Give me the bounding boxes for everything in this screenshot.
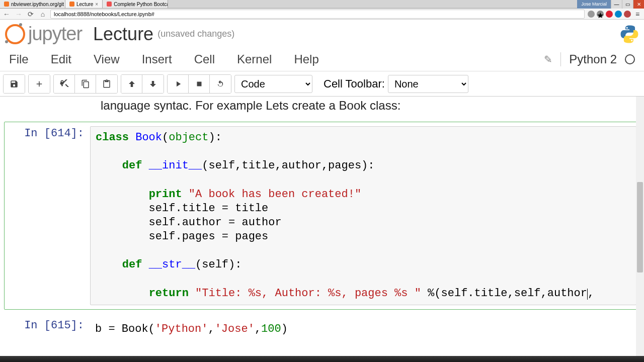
notebook-name[interactable]: Lecture bbox=[93, 24, 153, 45]
menu-insert[interactable]: Insert bbox=[142, 52, 172, 66]
kernel-indicator-icon bbox=[625, 54, 635, 64]
cut-button[interactable] bbox=[54, 75, 75, 93]
tab-title: Complete Python Bootca bbox=[114, 2, 168, 7]
favicon bbox=[107, 2, 112, 7]
user-badge: Jose Marcial bbox=[577, 0, 611, 9]
browser-tab-lecture[interactable]: Lecture × bbox=[65, 0, 103, 8]
close-window-button[interactable]: ✕ bbox=[633, 0, 644, 9]
browser-tab-strip: nbviewer.ipython.org/git × Lecture × Com… bbox=[0, 0, 644, 9]
paste-button[interactable] bbox=[96, 75, 117, 93]
extension-icon[interactable] bbox=[588, 11, 595, 18]
cell-prompt: In [615]: bbox=[8, 318, 90, 340]
menu-file[interactable]: File bbox=[9, 52, 29, 66]
windows-taskbar[interactable] bbox=[0, 356, 644, 362]
code-input-area[interactable]: class Book(object): def __init__(self,ti… bbox=[90, 126, 636, 305]
menu-kernel[interactable]: Kernel bbox=[237, 52, 272, 66]
forward-button[interactable]: → bbox=[14, 10, 23, 19]
run-button[interactable] bbox=[168, 75, 189, 93]
edit-icon[interactable]: ✎ bbox=[544, 53, 552, 65]
minimize-button[interactable]: — bbox=[611, 0, 622, 9]
cell-toolbar-select[interactable]: None bbox=[388, 75, 468, 93]
restart-button[interactable] bbox=[210, 75, 231, 93]
code-input-area[interactable]: b = Book('Python','Jose',100) bbox=[90, 318, 636, 340]
save-status: (unsaved changes) bbox=[157, 29, 234, 39]
extension-icon[interactable] bbox=[615, 11, 622, 18]
extension-icon[interactable]: ★ bbox=[597, 11, 604, 18]
jupyter-logo-icon bbox=[5, 24, 25, 44]
favicon bbox=[4, 2, 9, 7]
code-cell[interactable]: In [614]: class Book(object): def __init… bbox=[4, 122, 640, 310]
address-bar: ← → ⟳ ⌂ ★ ≡ bbox=[0, 9, 644, 20]
favicon bbox=[69, 2, 74, 7]
jupyter-logo[interactable]: jupyter bbox=[5, 23, 82, 45]
notebook-container[interactable]: language syntac. For example Lets create… bbox=[0, 97, 644, 362]
jupyter-header: jupyter Lecture (unsaved changes) bbox=[0, 20, 644, 47]
save-button[interactable] bbox=[4, 75, 25, 93]
menu-view[interactable]: View bbox=[94, 52, 120, 66]
jupyter-logo-text: jupyter bbox=[28, 23, 82, 45]
chrome-menu-icon[interactable]: ≡ bbox=[633, 10, 642, 19]
python-logo-icon bbox=[620, 25, 639, 44]
back-button[interactable]: ← bbox=[2, 10, 11, 19]
scrollbar-thumb[interactable] bbox=[637, 182, 643, 273]
menu-edit[interactable]: Edit bbox=[51, 52, 71, 66]
browser-tab-udemy[interactable]: Complete Python Bootca × bbox=[103, 0, 168, 8]
menu-help[interactable]: Help bbox=[294, 52, 318, 66]
tab-title: nbviewer.ipython.org/git bbox=[11, 2, 64, 7]
maximize-button[interactable]: ▭ bbox=[622, 0, 633, 9]
cell-toolbar-label: Cell Toolbar: bbox=[324, 77, 385, 90]
extension-icon[interactable] bbox=[624, 11, 631, 18]
cell-prompt: In [614]: bbox=[8, 126, 90, 305]
browser-tab-nbviewer[interactable]: nbviewer.ipython.org/git × bbox=[0, 0, 65, 8]
tab-close-icon[interactable]: × bbox=[95, 2, 98, 7]
menu-cell[interactable]: Cell bbox=[194, 52, 215, 66]
scrollbar-track[interactable] bbox=[636, 97, 644, 362]
reload-button[interactable]: ⟳ bbox=[26, 10, 35, 19]
extension-icon[interactable] bbox=[606, 11, 613, 18]
move-up-button[interactable] bbox=[121, 75, 142, 93]
menu-bar: File Edit View Insert Cell Kernel Help ✎… bbox=[0, 47, 644, 71]
markdown-text: language syntac. For example Lets create… bbox=[4, 97, 640, 122]
stop-button[interactable] bbox=[189, 75, 210, 93]
tab-title: Lecture bbox=[76, 2, 93, 7]
kernel-name: Python 2 bbox=[569, 52, 617, 66]
cell-type-select[interactable]: Code bbox=[234, 75, 312, 93]
add-cell-button[interactable] bbox=[29, 75, 50, 93]
move-down-button[interactable] bbox=[142, 75, 164, 93]
home-button[interactable]: ⌂ bbox=[38, 10, 47, 19]
copy-button[interactable] bbox=[75, 75, 96, 93]
toolbar: Code Cell Toolbar: None bbox=[0, 71, 644, 97]
url-input[interactable] bbox=[50, 10, 585, 19]
code-cell[interactable]: In [615]: b = Book('Python','Jose',100) bbox=[4, 314, 640, 345]
